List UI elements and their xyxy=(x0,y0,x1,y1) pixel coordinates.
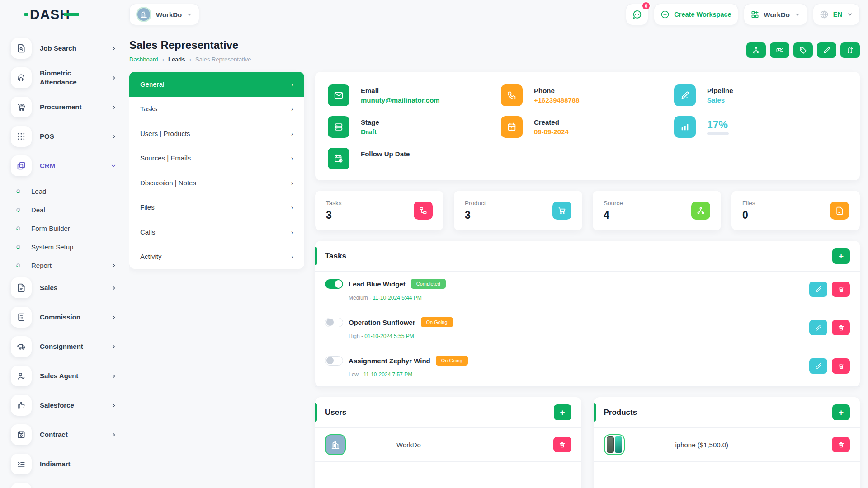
sidebar-item-contract[interactable]: Contract xyxy=(11,422,117,448)
tab-calls[interactable]: Calls› xyxy=(129,220,304,244)
sidebar-subitem-label: System Setup xyxy=(31,243,73,251)
sidebar-item-crm[interactable]: CRM xyxy=(11,153,117,179)
workspace-selector[interactable]: WorkDo xyxy=(129,4,199,25)
sidebar-subitem-form-builder[interactable]: Form Builder xyxy=(11,219,117,238)
edit-task-button[interactable] xyxy=(809,282,827,297)
tab-files[interactable]: Files› xyxy=(129,195,304,220)
sidebar-subitem-lead[interactable]: Lead xyxy=(11,182,117,201)
pencil-icon xyxy=(815,286,822,293)
add-task-button[interactable]: + xyxy=(832,248,850,264)
task-toggle[interactable] xyxy=(325,279,343,289)
sidebar-item-salesforce[interactable]: Salesforce xyxy=(11,392,117,418)
task-priority: Low - xyxy=(349,371,363,378)
tab-discussion-notes[interactable]: Discussion | Notes› xyxy=(129,170,304,195)
sidebar: Job Search Biometric Attendance Procurem… xyxy=(0,29,129,488)
sidebar-item-pos[interactable]: POS xyxy=(11,123,117,150)
chevron-right-icon xyxy=(111,75,117,81)
stat-card-files: Files0 xyxy=(731,191,860,230)
tag-button[interactable] xyxy=(793,42,813,58)
tab-sources-emails[interactable]: Sources | Emails› xyxy=(129,146,304,171)
sidebar-item-procurement[interactable]: Procurement xyxy=(11,94,117,120)
logo-dot xyxy=(24,13,28,16)
delete-task-button[interactable] xyxy=(832,320,850,335)
sidebar-subitem-label: Form Builder xyxy=(31,225,70,232)
sidebar-item-label: Salesforce xyxy=(40,401,74,410)
delete-product-button[interactable] xyxy=(832,437,850,452)
sidebar-subitem-system-setup[interactable]: System Setup xyxy=(11,238,117,256)
account-menu[interactable]: WorkDo xyxy=(744,4,807,25)
progress-value: 17% xyxy=(707,120,729,130)
tab-label: Users | Products xyxy=(140,130,190,137)
delete-task-button[interactable] xyxy=(832,282,850,297)
mail-icon xyxy=(328,84,349,106)
chevron-right-icon xyxy=(111,373,117,379)
field-label: Phone xyxy=(534,87,580,94)
trash-icon xyxy=(838,441,844,448)
chevron-right-icon: › xyxy=(291,203,293,211)
chevron-down-icon xyxy=(794,11,801,18)
delete-task-button[interactable] xyxy=(832,358,850,374)
tab-tasks[interactable]: Tasks› xyxy=(129,97,304,122)
user-avatar xyxy=(325,434,346,455)
building-icon xyxy=(330,440,340,450)
add-product-button[interactable]: + xyxy=(832,404,850,420)
edit-lead-button[interactable] xyxy=(817,42,836,58)
video-record-button[interactable] xyxy=(770,42,789,58)
sidebar-subitem-deal[interactable]: Deal xyxy=(11,201,117,219)
messages-button[interactable]: 0 xyxy=(626,4,648,25)
page-actions xyxy=(746,42,860,58)
tab-label: Sources | Emails xyxy=(140,154,191,162)
status-badge: On Going xyxy=(436,356,468,366)
tab-label: General xyxy=(140,80,164,88)
delete-user-button[interactable] xyxy=(553,437,571,452)
sidebar-item-label: Biometric Attendance xyxy=(40,69,89,87)
tab-activity[interactable]: Activity› xyxy=(129,244,304,269)
calculator-icon xyxy=(11,307,32,328)
trash-icon xyxy=(838,286,844,293)
video-plus-icon xyxy=(776,46,784,54)
convert-button[interactable] xyxy=(840,42,860,58)
task-toggle[interactable] xyxy=(325,356,343,366)
sidebar-subitem-report[interactable]: Report xyxy=(11,256,117,275)
sidebar-item-biometric-attendance[interactable]: Biometric Attendance xyxy=(11,65,117,91)
user-check-icon xyxy=(11,366,32,386)
donut-icon xyxy=(16,263,21,268)
breadcrumb: Dashboard › Leads › Sales Representative xyxy=(129,56,251,63)
breadcrumb-dashboard[interactable]: Dashboard xyxy=(129,56,158,63)
sidebar-item-inventory[interactable]: Inventory xyxy=(11,480,117,488)
edit-task-button[interactable] xyxy=(809,358,827,374)
status-badge: Completed xyxy=(411,279,446,289)
tab-general[interactable]: General› xyxy=(129,72,304,97)
status-badge: On Going xyxy=(421,317,453,327)
language-label: EN xyxy=(833,11,842,18)
progress-bar xyxy=(707,132,729,135)
task-meta: Low - 11-10-2024 7:57 PM xyxy=(349,371,809,378)
sidebar-item-sales-agent[interactable]: Sales Agent xyxy=(11,363,117,389)
task-toggle[interactable] xyxy=(325,318,343,327)
language-selector[interactable]: EN xyxy=(813,4,860,25)
sidebar-item-sales[interactable]: Sales xyxy=(11,275,117,301)
tab-users-products[interactable]: Users | Products› xyxy=(129,121,304,146)
sidebar-item-label: CRM xyxy=(40,161,55,170)
field-value: munuty@mailinator.com xyxy=(361,96,440,104)
add-user-button[interactable]: + xyxy=(554,404,571,420)
sidebar-item-consignment[interactable]: Consignment xyxy=(11,333,117,360)
logo[interactable]: DASH xyxy=(30,7,79,22)
products-title: Products xyxy=(604,408,637,417)
org-chart-button[interactable] xyxy=(746,42,766,58)
workspace-avatar xyxy=(136,7,151,22)
file-icon xyxy=(11,277,32,298)
create-workspace-button[interactable]: Create Workspace xyxy=(654,4,738,25)
chevron-right-icon xyxy=(111,432,117,438)
user-name: WorkDo xyxy=(396,441,421,449)
sidebar-item-indiamart[interactable]: Indiamart xyxy=(11,451,117,477)
breadcrumb-leads[interactable]: Leads xyxy=(168,56,185,63)
sidebar-item-commission[interactable]: Commission xyxy=(11,304,117,330)
topbar-controls: 0 Create Workspace WorkDo EN xyxy=(626,4,860,25)
pencil-icon xyxy=(815,363,822,370)
sidebar-item-job-search[interactable]: Job Search xyxy=(11,35,117,61)
edit-task-button[interactable] xyxy=(809,320,827,335)
field-phone: Phone+16239488788 xyxy=(501,83,674,108)
breadcrumb-separator: › xyxy=(162,56,164,63)
tab-label: Calls xyxy=(140,228,155,236)
